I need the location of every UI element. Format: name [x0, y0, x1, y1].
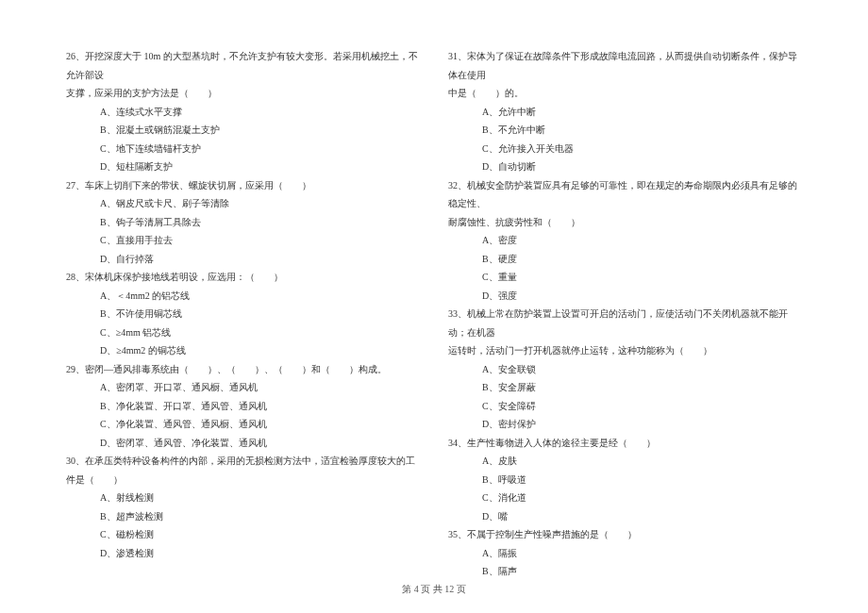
q34-a: A、皮肤 [448, 452, 802, 471]
q33-d: D、密封保护 [448, 415, 802, 434]
q27-d: D、自行掉落 [66, 250, 420, 269]
q34-d: D、嘴 [448, 507, 802, 526]
q28-text: 28、宋体机床保护接地线若明设，应选用：（ ） [66, 268, 420, 287]
q29-d: D、密闭罩、通风管、净化装置、通风机 [66, 434, 420, 453]
q26-text2: 支撑，应采用的支护方法是（ ） [66, 84, 420, 103]
q32-text: 32、机械安全防护装置应具有足够的可靠性，即在规定的寿命期限内必须具有足够的稳定… [448, 176, 802, 213]
q28-a: A、＜4mm2 的铝芯线 [66, 287, 420, 306]
q32-c: C、重量 [448, 268, 802, 287]
q31-a: A、允许中断 [448, 103, 802, 122]
q30-a: A、射线检测 [66, 489, 420, 507]
q33-c: C、安全障碍 [448, 397, 802, 416]
q26-c: C、地下连续墙锚杆支护 [66, 140, 420, 158]
q35-a: A、隔振 [448, 544, 802, 563]
q35-text: 35、不属于控制生产性噪声措施的是（ ） [448, 525, 802, 544]
q27-c: C、直接用手拉去 [66, 231, 420, 250]
q32-a: A、密度 [448, 231, 802, 250]
q28-d: D、≥4mm2 的铜芯线 [66, 341, 420, 360]
q26-a: A、连续式水平支撑 [66, 103, 420, 122]
page-footer: 第 4 页 共 12 页 [0, 583, 868, 596]
q33-b: B、安全屏蔽 [448, 378, 802, 397]
q29-text: 29、密闭—通风排毒系统由（ ）、（ ）、（ ）和（ ）构成。 [66, 360, 420, 379]
q30-text: 30、在承压类特种设备构件的内部，采用的无损检测方法中，适宜检验厚度较大的工件是… [66, 452, 420, 489]
right-column: 31、宋体为了保证在故障条件下形成故障电流回路，从而提供自动切断条件，保护导体在… [448, 47, 802, 581]
q26-text: 26、开挖深度大于 10m 的大型基坑时，不允许支护有较大变形。若采用机械挖土，… [66, 47, 420, 84]
q32-b: B、硬度 [448, 250, 802, 269]
q29-a: A、密闭罩、开口罩、通风橱、通风机 [66, 378, 420, 397]
q31-b: B、不允许中断 [448, 121, 802, 140]
q33-text: 33、机械上常在防护装置上设置可开启的活动门，应使活动门不关闭机器就不能开动；在… [448, 305, 802, 341]
q30-d: D、渗透检测 [66, 544, 420, 563]
q31-text2: 中是（ ）的。 [448, 84, 802, 103]
q33-a: A、安全联锁 [448, 360, 802, 379]
q33-text2: 运转时，活动门一打开机器就停止运转，这种功能称为（ ） [448, 341, 802, 360]
q28-c: C、≥4mm 铝芯线 [66, 323, 420, 342]
q31-text: 31、宋体为了保证在故障条件下形成故障电流回路，从而提供自动切断条件，保护导体在… [448, 47, 802, 84]
q27-b: B、钩子等清屑工具除去 [66, 213, 420, 232]
q34-b: B、呼吸道 [448, 471, 802, 489]
q34-c: C、消化道 [448, 489, 802, 507]
q29-c: C、净化装置、通风管、通风橱、通风机 [66, 415, 420, 434]
q31-d: D、自动切断 [448, 157, 802, 176]
q27-a: A、钢皮尺或卡尺、刷子等清除 [66, 194, 420, 213]
q32-text2: 耐腐蚀性、抗疲劳性和（ ） [448, 213, 802, 232]
q28-b: B、不许使用铜芯线 [66, 305, 420, 323]
q30-c: C、磁粉检测 [66, 525, 420, 544]
q35-b: B、隔声 [448, 562, 802, 581]
left-column: 26、开挖深度大于 10m 的大型基坑时，不允许支护有较大变形。若采用机械挖土，… [66, 47, 420, 581]
q30-b: B、超声波检测 [66, 507, 420, 526]
q32-d: D、强度 [448, 287, 802, 306]
q34-text: 34、生产性毒物进入人体的途径主要是经（ ） [448, 434, 802, 453]
q29-b: B、净化装置、开口罩、通风管、通风机 [66, 397, 420, 416]
q26-d: D、短柱隔断支护 [66, 157, 420, 176]
q27-text: 27、车床上切削下来的带状、螺旋状切屑，应采用（ ） [66, 176, 420, 195]
content-columns: 26、开挖深度大于 10m 的大型基坑时，不允许支护有较大变形。若采用机械挖土，… [66, 47, 802, 581]
q26-b: B、混凝土或钢筋混凝土支护 [66, 121, 420, 140]
q31-c: C、允许接入开关电器 [448, 140, 802, 158]
